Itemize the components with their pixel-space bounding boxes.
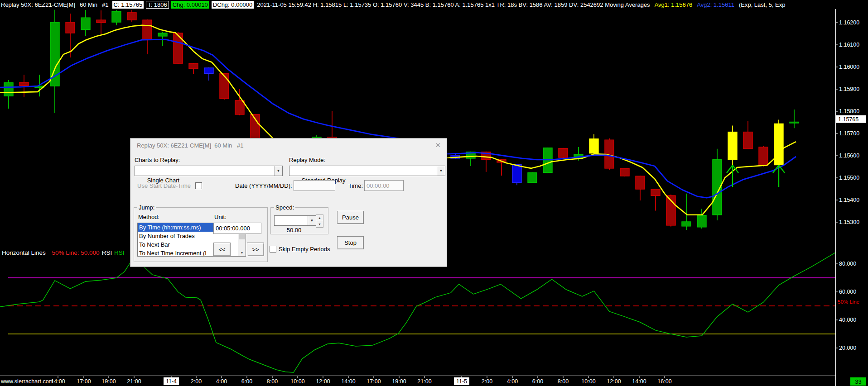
svg-text:50% Line: 50% Line — [838, 299, 859, 305]
chevron-down-icon[interactable]: ▼ — [308, 216, 316, 225]
svg-text:80.000: 80.000 — [839, 261, 856, 267]
replay-mode-label: Replay Mode: — [289, 157, 325, 163]
trades-badge: T: 1806 — [146, 1, 169, 9]
chart-replay-dialog: Replay 50X: 6EZ21-CME[M] 60 Min #1 ✕ Cha… — [130, 138, 447, 267]
speed-spin-up-icon[interactable]: ▲ — [316, 214, 323, 221]
scroll-down-icon[interactable]: ▼ — [238, 249, 246, 256]
use-start-datetime-checkbox[interactable] — [195, 182, 202, 189]
svg-text:14:00: 14:00 — [632, 378, 646, 385]
unit-field[interactable]: 00:05:00.000 — [213, 223, 261, 234]
svg-text:50% Line: 50.000: 50% Line: 50.000 — [52, 249, 99, 256]
sierra-chart-window: Replay 50X: 6EZ21-CME[M] 60 Min #1 C: 1.… — [0, 0, 868, 386]
svg-text:1.15400: 1.15400 — [839, 197, 859, 203]
unit-label: Unit: — [214, 214, 227, 220]
skip-empty-periods-label: Skip Empty Periods — [279, 246, 330, 253]
svg-text:60.000: 60.000 — [839, 289, 856, 295]
charts-to-replay-label: Charts to Replay: — [135, 157, 180, 163]
svg-text:33: 33 — [855, 378, 861, 385]
svg-text:RSI: RSI — [114, 249, 125, 256]
svg-text:1.16000: 1.16000 — [839, 64, 859, 70]
chevron-down-icon[interactable]: ▼ — [437, 166, 445, 176]
close-icon[interactable]: ✕ — [435, 141, 441, 149]
svg-text:8:00: 8:00 — [558, 378, 569, 385]
chart-status-bar: Replay 50X: 6EZ21-CME[M] 60 Min #1 C: 1.… — [0, 0, 868, 9]
svg-text:10:00: 10:00 — [581, 378, 595, 385]
svg-text:21:00: 21:00 — [127, 378, 141, 385]
daily-change-badge: DChg: 0.00000 — [212, 1, 254, 9]
avg2-value: Avg2: 1.15611 — [697, 1, 734, 8]
method-label: Method: — [138, 214, 159, 220]
svg-text:19:00: 19:00 — [392, 378, 406, 385]
skip-empty-periods-checkbox[interactable] — [270, 246, 276, 253]
svg-text:1.15900: 1.15900 — [839, 86, 859, 92]
ma-params: (Exp, Last, 5, Exp — [739, 1, 786, 8]
last-price-badge: C: 1.15765 — [112, 1, 144, 9]
svg-text:12:00: 12:00 — [607, 378, 621, 385]
svg-text:1.15700: 1.15700 — [839, 130, 859, 137]
svg-text:6:00: 6:00 — [241, 378, 252, 385]
stop-button[interactable]: Stop — [337, 236, 364, 249]
svg-text:1.16200: 1.16200 — [839, 19, 859, 26]
rsi-line — [0, 253, 835, 372]
speed-select[interactable]: 50.00 ▼ — [274, 215, 316, 226]
svg-text:1.16100: 1.16100 — [839, 42, 859, 48]
svg-text:1.15800: 1.15800 — [839, 108, 859, 114]
svg-text:4:00: 4:00 — [507, 378, 518, 385]
svg-text:RSI: RSI — [102, 249, 112, 256]
time-value: 00:00:00 — [366, 182, 390, 189]
svg-text:1.15600: 1.15600 — [839, 152, 859, 159]
svg-text:4:00: 4:00 — [216, 378, 227, 385]
svg-text:11-4: 11-4 — [166, 378, 177, 385]
chart-title: Replay 50X: 6EZ21-CME[M] — [1, 1, 75, 8]
time-axis[interactable]: 14:0017:0019:0021:0011-42:004:006:008:00… — [0, 376, 672, 385]
svg-text:19:00: 19:00 — [101, 378, 116, 385]
speed-group-label: Speed: — [274, 204, 295, 211]
svg-text:8:00: 8:00 — [267, 378, 278, 385]
unit-value: 00:05:00.000 — [216, 225, 250, 232]
jump-group-label: Jump: — [137, 204, 156, 211]
time-label: Time: — [348, 182, 363, 189]
chevron-down-icon[interactable]: ▼ — [274, 166, 282, 176]
svg-text:14:00: 14:00 — [341, 378, 355, 385]
svg-text:11-5: 11-5 — [456, 378, 467, 385]
speed-value: 50.00 — [287, 227, 302, 234]
dialog-title: Replay 50X: 6EZ21-CME[M] 60 Min #1 — [137, 142, 244, 149]
svg-text:1.15300: 1.15300 — [839, 219, 859, 225]
svg-text:1.15765: 1.15765 — [838, 116, 858, 123]
svg-text:2:00: 2:00 — [482, 378, 492, 385]
jump-back-button[interactable]: << — [213, 243, 231, 256]
date-label: Date (YYYY/MM/DD): — [235, 182, 292, 189]
speed-spin-down-icon[interactable]: ▼ — [316, 221, 323, 228]
svg-text:www.sierrachart.com: www.sierrachart.com — [0, 378, 53, 385]
change-badge: Chg: 0.00010 — [171, 1, 209, 9]
svg-text:20.000: 20.000 — [839, 345, 856, 351]
date-field[interactable] — [294, 180, 335, 191]
svg-text:12:00: 12:00 — [316, 378, 330, 385]
up-arrow-marker — [773, 165, 785, 187]
svg-text:2:00: 2:00 — [191, 378, 202, 385]
svg-text:1.15500: 1.15500 — [839, 175, 859, 181]
avg1-value: Avg1: 1.15676 — [655, 1, 693, 8]
chart-number: #1 — [102, 1, 108, 8]
rsi-level-lines — [8, 278, 835, 334]
charts-to-replay-select[interactable]: Single Chart ▼ — [135, 166, 283, 176]
bar-stats: 2021-11-05 15:59:42 H: 1.15815 L: 1.1573… — [257, 1, 650, 8]
pause-button[interactable]: Pause — [337, 211, 364, 224]
use-start-datetime-label: Use Start Date-Time — [137, 182, 191, 189]
jump-forward-button[interactable]: >> — [247, 243, 264, 256]
svg-text:21:00: 21:00 — [417, 378, 431, 385]
time-field[interactable]: 00:00:00 — [364, 180, 404, 191]
svg-text:16:00: 16:00 — [657, 378, 671, 385]
svg-text:17:00: 17:00 — [77, 378, 91, 385]
svg-text:Horizontal Lines: Horizontal Lines — [2, 249, 46, 256]
svg-text:17:00: 17:00 — [366, 378, 381, 385]
svg-text:6:00: 6:00 — [532, 378, 543, 385]
svg-text:10:00: 10:00 — [290, 378, 304, 385]
replay-mode-select[interactable]: Standard Replay ▼ — [289, 166, 445, 176]
svg-text:40.000: 40.000 — [839, 317, 856, 323]
bar-period: 60 Min — [80, 1, 97, 8]
